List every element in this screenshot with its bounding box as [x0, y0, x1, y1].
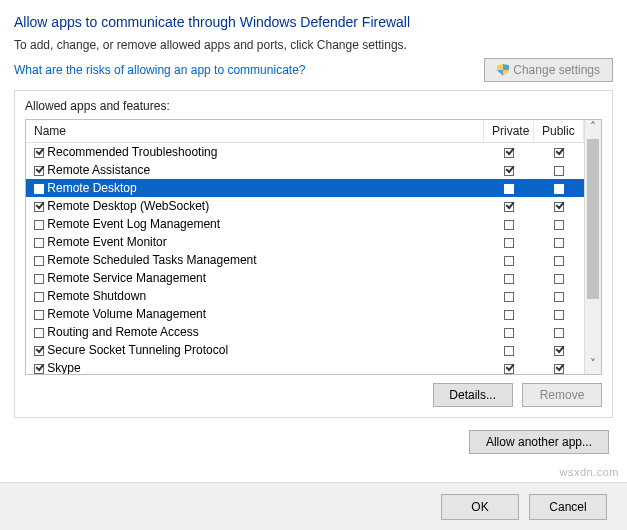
public-checkbox[interactable]: [554, 274, 564, 284]
row-name-label: Remote Desktop: [44, 181, 137, 195]
apps-list[interactable]: Name Private Public Recommended Troubles…: [25, 119, 602, 375]
col-public[interactable]: Public: [534, 120, 584, 142]
row-enable-checkbox[interactable]: [34, 328, 44, 338]
details-button[interactable]: Details...: [433, 383, 513, 407]
page-title: Allow apps to communicate through Window…: [14, 14, 613, 30]
private-checkbox[interactable]: [504, 346, 514, 356]
row-enable-checkbox[interactable]: [34, 364, 44, 374]
row-name-label: Remote Event Monitor: [44, 235, 167, 249]
row-name-label: Skype: [44, 361, 81, 374]
table-row[interactable]: Secure Socket Tunneling Protocol: [26, 341, 584, 359]
private-checkbox[interactable]: [504, 148, 514, 158]
table-row[interactable]: Remote Service Management: [26, 269, 584, 287]
page-subtext: To add, change, or remove allowed apps a…: [14, 38, 613, 52]
col-private[interactable]: Private: [484, 120, 534, 142]
cancel-button[interactable]: Cancel: [529, 494, 607, 520]
private-checkbox[interactable]: [504, 184, 514, 194]
public-checkbox[interactable]: [554, 346, 564, 356]
private-checkbox[interactable]: [504, 274, 514, 284]
row-name-label: Remote Shutdown: [44, 289, 146, 303]
row-enable-checkbox[interactable]: [34, 274, 44, 284]
row-enable-checkbox[interactable]: [34, 346, 44, 356]
public-checkbox[interactable]: [554, 310, 564, 320]
row-name-label: Secure Socket Tunneling Protocol: [44, 343, 228, 357]
row-name-label: Remote Scheduled Tasks Management: [44, 253, 257, 267]
private-checkbox[interactable]: [504, 364, 514, 374]
row-enable-checkbox[interactable]: [34, 220, 44, 230]
row-enable-checkbox[interactable]: [34, 256, 44, 266]
public-checkbox[interactable]: [554, 256, 564, 266]
row-name-label: Routing and Remote Access: [44, 325, 199, 339]
allowed-apps-group: Allowed apps and features: Name Private …: [14, 90, 613, 418]
table-row[interactable]: Remote Desktop (WebSocket): [26, 197, 584, 215]
table-row[interactable]: Remote Scheduled Tasks Management: [26, 251, 584, 269]
remove-button[interactable]: Remove: [522, 383, 602, 407]
public-checkbox[interactable]: [554, 202, 564, 212]
row-name-label: Remote Event Log Management: [44, 217, 220, 231]
private-checkbox[interactable]: [504, 220, 514, 230]
private-checkbox[interactable]: [504, 238, 514, 248]
table-row[interactable]: Routing and Remote Access: [26, 323, 584, 341]
table-row[interactable]: Skype: [26, 359, 584, 374]
row-name-label: Remote Assistance: [44, 163, 150, 177]
ok-button[interactable]: OK: [441, 494, 519, 520]
row-name-label: Remote Desktop (WebSocket): [44, 199, 209, 213]
col-name[interactable]: Name: [26, 120, 484, 142]
row-name-label: Recommended Troubleshooting: [44, 145, 217, 159]
table-row[interactable]: Remote Event Monitor: [26, 233, 584, 251]
public-checkbox[interactable]: [554, 292, 564, 302]
private-checkbox[interactable]: [504, 202, 514, 212]
public-checkbox[interactable]: [554, 148, 564, 158]
scroll-up-button[interactable]: ˄: [585, 120, 601, 137]
table-row[interactable]: Remote Shutdown: [26, 287, 584, 305]
row-enable-checkbox[interactable]: [34, 238, 44, 248]
public-checkbox[interactable]: [554, 328, 564, 338]
row-name-label: Remote Service Management: [44, 271, 206, 285]
row-enable-checkbox[interactable]: [34, 292, 44, 302]
risk-link[interactable]: What are the risks of allowing an app to…: [14, 63, 305, 77]
table-row[interactable]: Remote Event Log Management: [26, 215, 584, 233]
scroll-down-button[interactable]: ˅: [585, 357, 601, 374]
table-row[interactable]: Remote Volume Management: [26, 305, 584, 323]
table-row[interactable]: Remote Assistance: [26, 161, 584, 179]
dialog-button-bar: OK Cancel: [0, 482, 627, 530]
public-checkbox[interactable]: [554, 364, 564, 374]
private-checkbox[interactable]: [504, 310, 514, 320]
public-checkbox[interactable]: [554, 220, 564, 230]
row-enable-checkbox[interactable]: [34, 202, 44, 212]
row-enable-checkbox[interactable]: [34, 148, 44, 158]
private-checkbox[interactable]: [504, 256, 514, 266]
table-row[interactable]: Recommended Troubleshooting: [26, 143, 584, 161]
private-checkbox[interactable]: [504, 328, 514, 338]
public-checkbox[interactable]: [554, 166, 564, 176]
private-checkbox[interactable]: [504, 166, 514, 176]
change-settings-button[interactable]: Change settings: [484, 58, 613, 82]
allow-another-app-button[interactable]: Allow another app...: [469, 430, 609, 454]
group-label: Allowed apps and features:: [25, 99, 602, 113]
private-checkbox[interactable]: [504, 292, 514, 302]
public-checkbox[interactable]: [554, 184, 564, 194]
scrollbar[interactable]: ˄ ˅: [584, 120, 601, 374]
row-enable-checkbox[interactable]: [34, 166, 44, 176]
scroll-thumb[interactable]: [587, 139, 599, 299]
row-enable-checkbox[interactable]: [34, 184, 44, 194]
row-name-label: Remote Volume Management: [44, 307, 206, 321]
row-enable-checkbox[interactable]: [34, 310, 44, 320]
table-row[interactable]: Remote Desktop: [26, 179, 584, 197]
watermark-text: wsxdn.com: [559, 466, 619, 478]
column-headers[interactable]: Name Private Public: [26, 120, 584, 143]
public-checkbox[interactable]: [554, 238, 564, 248]
